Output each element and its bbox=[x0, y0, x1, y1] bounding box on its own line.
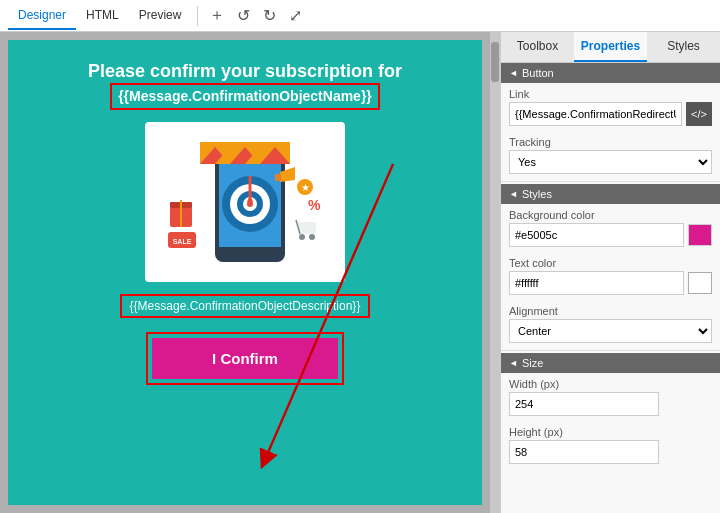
width-label: Width (px) bbox=[509, 378, 712, 390]
styles-collapse-icon: ◄ bbox=[509, 189, 518, 199]
bg-color-input[interactable] bbox=[509, 223, 684, 247]
svg-rect-22 bbox=[298, 222, 316, 234]
alignment-select[interactable]: Center Left Right bbox=[509, 319, 712, 343]
toolbar: Designer HTML Preview ＋ ↺ ↻ ⤢ bbox=[0, 0, 720, 32]
height-input[interactable] bbox=[509, 440, 659, 464]
button-section-label: Button bbox=[522, 67, 554, 79]
canvas: Please confirm your subscription for {{M… bbox=[8, 40, 482, 505]
size-section-header: ◄ Size bbox=[501, 353, 720, 373]
styles-section-label: Styles bbox=[522, 188, 552, 200]
bg-color-input-row bbox=[509, 223, 712, 247]
confirm-button[interactable]: I Confirm bbox=[152, 338, 338, 379]
tab-toolbox[interactable]: Toolbox bbox=[501, 32, 574, 62]
svg-point-24 bbox=[299, 234, 305, 240]
height-label: Height (px) bbox=[509, 426, 712, 438]
svg-text:SALE: SALE bbox=[173, 238, 192, 245]
bg-color-row: Background color bbox=[501, 204, 720, 252]
illustration-svg: SALE ★ bbox=[160, 132, 330, 272]
height-row: Height (px) bbox=[501, 421, 720, 469]
text-color-label: Text color bbox=[509, 257, 712, 269]
svg-rect-27 bbox=[275, 174, 281, 181]
width-input[interactable] bbox=[509, 392, 659, 416]
canvas-scrollbar[interactable] bbox=[490, 32, 500, 513]
email-content: Please confirm your subscription for {{M… bbox=[8, 40, 482, 505]
confirm-button-wrapper: I Confirm bbox=[146, 332, 344, 385]
text-color-input-row bbox=[509, 271, 712, 295]
tab-properties[interactable]: Properties bbox=[574, 32, 647, 62]
text-color-row: Text color bbox=[501, 252, 720, 300]
email-title-placeholder: {{Message.ConfirmationObjectName}} bbox=[110, 83, 380, 109]
tab-designer[interactable]: Designer bbox=[8, 2, 76, 30]
tracking-input-row: Yes No bbox=[509, 150, 712, 174]
styles-section-header: ◄ Styles bbox=[501, 184, 720, 204]
alignment-label: Alignment bbox=[509, 305, 712, 317]
svg-text:%: % bbox=[308, 197, 321, 213]
right-panel: Toolbox Properties Styles ◄ Button Link … bbox=[500, 32, 720, 513]
tab-styles[interactable]: Styles bbox=[647, 32, 720, 62]
collapse-arrow-icon: ◄ bbox=[509, 68, 518, 78]
link-input[interactable] bbox=[509, 102, 682, 126]
button-section-header: ◄ Button bbox=[501, 63, 720, 83]
panel-section: ◄ Button Link </> Tracking Yes No bbox=[501, 63, 720, 513]
tracking-label: Tracking bbox=[509, 136, 712, 148]
resize-button[interactable]: ⤢ bbox=[282, 3, 308, 29]
scrollbar-thumb[interactable] bbox=[491, 42, 499, 82]
section-divider-2 bbox=[501, 350, 720, 351]
link-prop-row: Link </> bbox=[501, 83, 720, 131]
section-divider bbox=[501, 181, 720, 182]
email-title: Please confirm your subscription for {{M… bbox=[88, 60, 402, 110]
panel-tabs: Toolbox Properties Styles bbox=[501, 32, 720, 63]
svg-point-25 bbox=[309, 234, 315, 240]
add-button[interactable]: ＋ bbox=[204, 3, 230, 29]
size-collapse-icon: ◄ bbox=[509, 358, 518, 368]
text-color-swatch[interactable] bbox=[688, 272, 712, 294]
bg-color-swatch[interactable] bbox=[688, 224, 712, 246]
width-row: Width (px) bbox=[501, 373, 720, 421]
size-section-label: Size bbox=[522, 357, 543, 369]
canvas-area: Please confirm your subscription for {{M… bbox=[0, 32, 500, 513]
redo-button[interactable]: ↻ bbox=[256, 3, 282, 29]
tab-preview[interactable]: Preview bbox=[129, 2, 192, 30]
description-text: {{Message.ConfirmationObjectDescription}… bbox=[130, 299, 361, 313]
code-button[interactable]: </> bbox=[686, 102, 712, 126]
svg-text:★: ★ bbox=[301, 182, 310, 193]
link-label: Link bbox=[509, 88, 712, 100]
bg-color-label: Background color bbox=[509, 209, 712, 221]
tracking-prop-row: Tracking Yes No bbox=[501, 131, 720, 179]
alignment-input-row: Center Left Right bbox=[509, 319, 712, 343]
text-color-input[interactable] bbox=[509, 271, 684, 295]
canvas-scroll: Please confirm your subscription for {{M… bbox=[0, 32, 490, 513]
tracking-select[interactable]: Yes No bbox=[509, 150, 712, 174]
toolbar-separator bbox=[197, 6, 198, 26]
alignment-row: Alignment Center Left Right bbox=[501, 300, 720, 348]
email-illustration: SALE ★ bbox=[145, 122, 345, 282]
undo-button[interactable]: ↺ bbox=[230, 3, 256, 29]
link-input-row: </> bbox=[509, 102, 712, 126]
tab-html[interactable]: HTML bbox=[76, 2, 129, 30]
email-description: {{Message.ConfirmationObjectDescription}… bbox=[120, 294, 371, 318]
main-area: Please confirm your subscription for {{M… bbox=[0, 32, 720, 513]
email-title-text: Please confirm your subscription for bbox=[88, 61, 402, 81]
